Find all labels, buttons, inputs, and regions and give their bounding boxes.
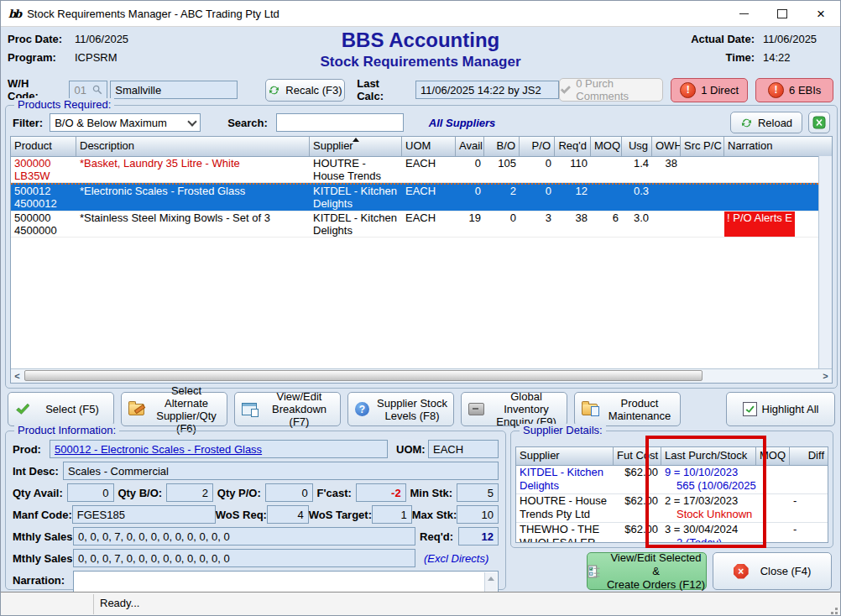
view-edit-create-orders-button[interactable]: View/Edit Selected &Create Orders (F12) bbox=[587, 552, 707, 590]
col-header-supplier-label: Supplier bbox=[313, 139, 353, 152]
col-header-supplier[interactable]: Supplier bbox=[310, 137, 402, 156]
uom-field[interactable]: EACH bbox=[428, 440, 499, 458]
excel-icon bbox=[812, 116, 826, 129]
direct-alert-button[interactable]: ! 1 Direct bbox=[671, 78, 749, 102]
int-desc-field[interactable]: Scales - Commercial bbox=[63, 462, 499, 480]
products-group-label: Products Required: bbox=[14, 98, 114, 111]
reload-button[interactable]: Reload bbox=[730, 112, 802, 133]
col-header-uom[interactable]: UOM bbox=[402, 137, 456, 156]
cell-avail: 19 bbox=[456, 211, 484, 237]
supplier-details-table: Supplier Fut Cost Last Purch/Stock MOQ D… bbox=[515, 446, 828, 543]
header-center: BBS Accounting Stock Requirements Manage… bbox=[320, 28, 520, 71]
max-stk-field[interactable]: 10 bbox=[457, 505, 499, 524]
cell-src bbox=[681, 211, 724, 237]
qty-po-label: Qty P/O: bbox=[217, 487, 261, 499]
col-header-description[interactable]: Description bbox=[76, 137, 310, 156]
prod-link[interactable]: 500012 - Electronic Scales - Frosted Gla… bbox=[55, 443, 262, 456]
minimize-button[interactable] bbox=[724, 1, 763, 26]
time-label: Time: bbox=[691, 51, 755, 64]
search-label: Search: bbox=[227, 117, 268, 129]
filter-select[interactable]: B/O & Below Maximum bbox=[50, 113, 201, 132]
maximize-button[interactable] bbox=[763, 1, 802, 26]
product-information-group: Product Information: Prod: 500012 - Elec… bbox=[5, 431, 506, 590]
view-edit-breakdown-button[interactable]: View/Edit Breakdown (F7) bbox=[234, 392, 341, 426]
wos-req-field[interactable]: 4 bbox=[267, 505, 309, 524]
col-header-diff[interactable]: Diff bbox=[790, 447, 828, 465]
cell-po: 3 bbox=[520, 211, 555, 237]
wos-req-value: 4 bbox=[297, 509, 303, 521]
qty-po-field[interactable]: 0 bbox=[265, 483, 313, 502]
select-alternate-supplier-button[interactable]: Select Alternate Supplier/Qty (F6) bbox=[121, 392, 227, 426]
col-header-usg[interactable]: Usg bbox=[622, 137, 652, 156]
ebis-alert-button[interactable]: ! 6 EBIs bbox=[755, 78, 833, 102]
product-row[interactable]: 300000LB35W *Basket, Laundry 35 Litre - … bbox=[11, 157, 832, 183]
cell-usg: 1.4 bbox=[622, 157, 652, 182]
col-header-moq[interactable]: MOQ bbox=[756, 447, 790, 465]
horizontal-scrollbar[interactable]: < > bbox=[11, 368, 832, 383]
select-label: Select (F5) bbox=[34, 403, 110, 415]
scroll-right-arrow-icon[interactable]: > bbox=[819, 369, 832, 382]
col-header-owh[interactable]: OWH bbox=[652, 137, 681, 156]
qty-avail-value: 0 bbox=[102, 487, 108, 499]
col-header-bo[interactable]: B/O bbox=[484, 137, 520, 156]
col-header-po[interactable]: P/O bbox=[520, 137, 555, 156]
fcast-field[interactable]: -2 bbox=[356, 483, 406, 502]
cell-narration: ! P/O Alerts E bbox=[724, 211, 795, 237]
col-header-last-purch[interactable]: Last Purch/Stock bbox=[661, 447, 756, 465]
product-maintenance-button[interactable]: Product Maintenance bbox=[574, 392, 681, 426]
manf-code-field[interactable]: FGES185 bbox=[72, 505, 216, 524]
supplier-row[interactable]: THEWHO - THE WHOLESALER $62.00 3 = 30/04… bbox=[516, 523, 828, 543]
highlight-all-button[interactable]: Highlight All bbox=[726, 392, 835, 426]
mthly-sales-field-1[interactable]: 0, 0, 0, 7, 0, 0, 0, 0, 0, 0, 0, 0, 0 bbox=[73, 527, 415, 546]
cell-description: *Stainless Steel Mixing Bowls - Set of 3 bbox=[76, 211, 310, 237]
cell-moq: 6 bbox=[591, 211, 622, 237]
wh-code-input[interactable]: 01 bbox=[69, 81, 107, 99]
recycle-icon bbox=[268, 84, 280, 97]
product-row-selected[interactable]: 5000124500012 *Electronic Scales - Frost… bbox=[11, 183, 832, 211]
resize-grip[interactable] bbox=[835, 612, 838, 614]
supplier-row[interactable]: HOUTRE - House Trends Pty Ltd $62.00 2 =… bbox=[516, 494, 828, 523]
purch-comments-button[interactable]: 0 Purch Comments bbox=[559, 78, 662, 102]
recalc-button[interactable]: Recalc (F3) bbox=[265, 79, 346, 102]
sort-ascending-icon bbox=[353, 138, 359, 142]
col-header-fut-cost[interactable]: Fut Cost bbox=[614, 447, 661, 465]
uom-label: UOM: bbox=[396, 443, 428, 456]
warning-icon: ! bbox=[768, 82, 784, 98]
cell-po: 0 bbox=[520, 157, 555, 182]
scroll-up-icon[interactable] bbox=[488, 577, 494, 581]
product-row[interactable]: 5000004500000 *Stainless Steel Mixing Bo… bbox=[11, 211, 832, 238]
qty-avail-field[interactable]: 0 bbox=[67, 483, 114, 502]
col-header-supplier[interactable]: Supplier bbox=[516, 447, 614, 465]
horizontal-scroll-thumb[interactable] bbox=[24, 370, 703, 381]
col-header-avail[interactable]: Avail bbox=[456, 137, 484, 156]
col-header-reqd[interactable]: Req'd bbox=[555, 137, 591, 156]
col-header-moq[interactable]: MOQ bbox=[591, 137, 622, 156]
cell-reqd: 110 bbox=[555, 157, 591, 182]
scroll-left-arrow-icon[interactable]: < bbox=[11, 369, 24, 382]
cell-supplier: THEWHO - THE WHOLESALER bbox=[516, 523, 614, 543]
cell-bo: 105 bbox=[484, 157, 520, 182]
wh-name-input[interactable]: Smallville bbox=[110, 81, 237, 99]
col-header-product[interactable]: Product bbox=[11, 137, 76, 156]
export-excel-button[interactable] bbox=[808, 112, 830, 133]
supplier-stock-levels-button[interactable]: ? Supplier Stock Levels (F8) bbox=[347, 392, 454, 426]
close-button[interactable]: × bbox=[802, 1, 840, 26]
close-f4-button[interactable]: × Close (F4) bbox=[713, 552, 832, 590]
min-stk-field[interactable]: 5 bbox=[457, 483, 499, 502]
wos-target-field[interactable]: 1 bbox=[372, 505, 412, 524]
col-header-narration[interactable]: Narration bbox=[724, 137, 832, 156]
mthly-sales-field-2[interactable]: 0, 0, 0, 7, 0, 0, 0, 0, 0, 0, 0, 0, 0 bbox=[73, 549, 415, 567]
vertical-scrollbar[interactable] bbox=[818, 156, 832, 369]
cell-description: *Electronic Scales - Frosted Glass bbox=[76, 185, 310, 211]
search-input[interactable] bbox=[276, 113, 404, 132]
col-header-src[interactable]: Src P/C bbox=[681, 137, 724, 156]
checkbox-checked-icon[interactable] bbox=[743, 402, 757, 416]
cell-last-purch: 9 = 10/10/2023 565 (10/06/2025) bbox=[661, 466, 756, 493]
last-calc-field[interactable]: 11/06/2025 14:22 by JS2 bbox=[415, 81, 559, 99]
folder-page-icon bbox=[582, 404, 598, 415]
reqd-field[interactable]: 12 bbox=[458, 527, 499, 546]
global-inventory-enquiry-button[interactable]: Global Inventory Enquiry (F9) bbox=[461, 392, 567, 426]
supplier-row[interactable]: KITDEL - Kitchen Delights $62.00 9 = 10/… bbox=[516, 466, 828, 494]
qty-bo-field[interactable]: 2 bbox=[166, 483, 213, 502]
select-button[interactable]: Select (F5) bbox=[8, 392, 114, 426]
